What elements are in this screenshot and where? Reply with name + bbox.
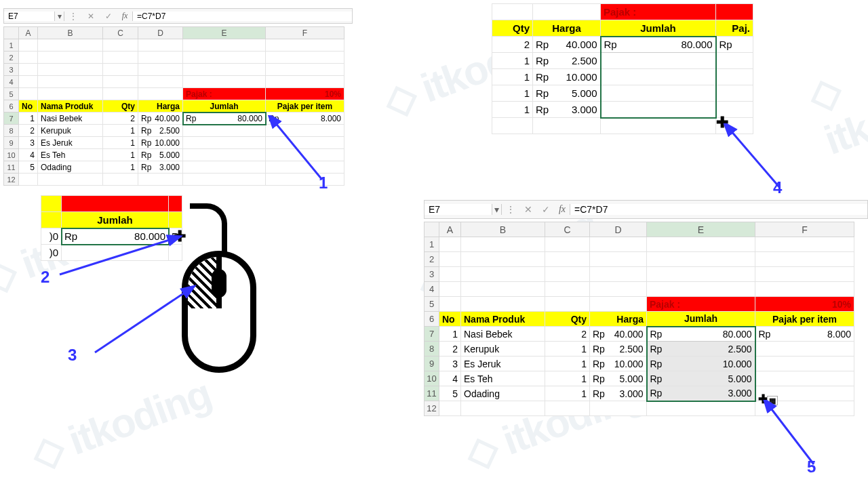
cancel-icon-2[interactable]: ✕ <box>519 204 537 215</box>
cell-E7-2[interactable]: Rp80.000 <box>647 327 755 342</box>
pajak-label: Pajak : <box>183 88 266 100</box>
svg-line-0 <box>275 122 322 180</box>
select-all-corner-2[interactable] <box>425 222 439 237</box>
formula-input[interactable]: =C7*D7 <box>132 12 352 21</box>
col-C-2[interactable]: C <box>545 222 590 237</box>
name-box[interactable]: E7 <box>4 12 55 21</box>
col-B-2[interactable]: B <box>461 222 545 237</box>
select-all-corner[interactable] <box>4 27 19 39</box>
formula-sep-icon: ⋮ <box>64 12 82 21</box>
fx-icon-2[interactable]: fx <box>555 204 570 215</box>
col-A[interactable]: A <box>19 27 38 39</box>
spreadsheet-grid-2[interactable]: A B C D E F 1 2 3 4 5 Pajak : 10% 6 No N… <box>424 222 854 416</box>
formula-sep-icon-2: ⋮ <box>502 204 519 215</box>
col-C[interactable]: C <box>103 27 138 39</box>
col-D[interactable]: D <box>138 27 183 39</box>
col-E-2[interactable]: E <box>647 222 755 237</box>
formula-bar-2: E7 ▾ ⋮ ✕ ✓ fx =C7*D7 <box>424 200 868 219</box>
arrow-2 <box>53 234 189 281</box>
callout-5: 5 <box>807 458 816 476</box>
mouse-cord <box>190 203 227 256</box>
formula-input-2[interactable]: =C7*D7 <box>570 204 867 215</box>
callout-2: 2 <box>41 268 50 287</box>
callout-4: 4 <box>773 178 782 197</box>
cancel-icon[interactable]: ✕ <box>82 12 100 21</box>
name-box-2[interactable]: E7 <box>425 204 492 215</box>
drag-e7[interactable]: Rp80.000 <box>601 37 716 53</box>
svg-line-2 <box>95 291 186 352</box>
col-D-2[interactable]: D <box>590 222 647 237</box>
pajak-pct: 10% <box>266 88 344 100</box>
fx-icon[interactable]: fx <box>117 11 132 21</box>
formula-bar: E7 ▾ ⋮ ✕ ✓ fx =C7*D7 <box>3 8 353 24</box>
name-box-dropdown-icon[interactable]: ▾ <box>55 12 64 21</box>
callout-3: 3 <box>68 346 77 365</box>
svg-line-1 <box>60 239 172 274</box>
col-F-2[interactable]: F <box>755 222 854 237</box>
col-E[interactable]: E <box>183 27 266 39</box>
col-B[interactable]: B <box>38 27 103 39</box>
arrow-3 <box>88 285 197 359</box>
col-A-2[interactable]: A <box>439 222 461 237</box>
zoom-drag-range: Pajak : Qty Harga Jumlah Paj. 2Rp40.000 … <box>492 3 753 134</box>
svg-line-4 <box>770 407 814 464</box>
cell-E7[interactable]: Rp80.000 <box>183 113 266 125</box>
callout-1: 1 <box>319 174 328 192</box>
name-box-dropdown-icon-2[interactable]: ▾ <box>492 204 502 215</box>
col-F[interactable]: F <box>266 27 344 39</box>
accept-icon[interactable]: ✓ <box>100 12 117 21</box>
accept-icon-2[interactable]: ✓ <box>537 204 555 215</box>
